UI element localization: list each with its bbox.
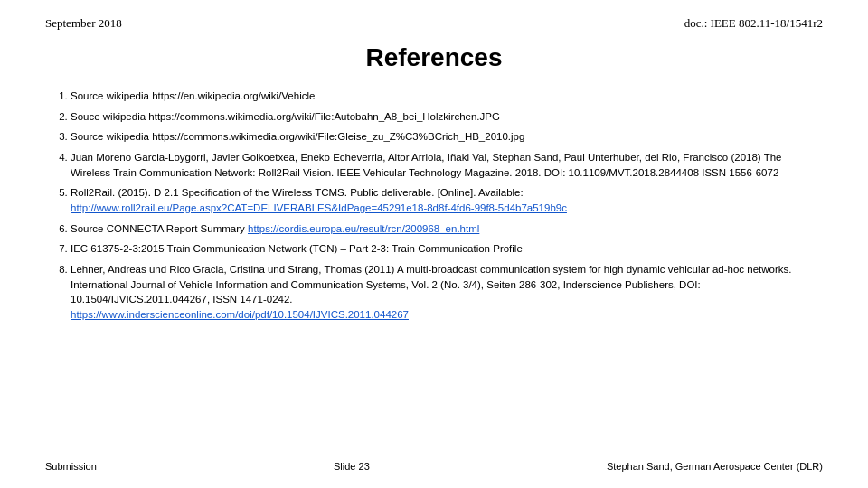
reference-link-5[interactable]: http://www.roll2rail.eu/Page.aspx?CAT=DE…: [71, 202, 567, 213]
footer-slide: Slide 23: [334, 461, 370, 472]
list-item: Lehner, Andreas und Rico Gracia, Cristin…: [71, 262, 823, 323]
list-item: Juan Moreno Garcia-Loygorri, Javier Goik…: [71, 150, 823, 180]
header-date: September 2018: [45, 16, 122, 31]
page-title: References: [45, 43, 823, 72]
header-doc: doc.: IEEE 802.11-18/1541r2: [684, 16, 823, 31]
list-item: Souce wikipedia https://commons.wikimedi…: [71, 109, 823, 125]
reference-link-6[interactable]: https://cordis.europa.eu/result/rcn/2009…: [248, 223, 479, 234]
list-item: IEC 61375-2-3:2015 Train Communication N…: [71, 241, 823, 257]
list-item: Source CONNECTA Report Summary https://c…: [71, 221, 823, 237]
list-item: Source wikipedia https://en.wikipedia.or…: [71, 89, 823, 104]
reference-link-8[interactable]: https://www.inderscienceonline.com/doi/p…: [71, 309, 409, 320]
list-item: Source wikipedia https://commons.wikimed…: [71, 129, 823, 145]
list-item: Roll2Rail. (2015). D 2.1 Specification o…: [71, 185, 823, 215]
footer-author: Stephan Sand, German Aerospace Center (D…: [607, 461, 823, 472]
footer-submission: Submission: [45, 461, 97, 472]
references-content: Source wikipedia https://en.wikipedia.or…: [45, 89, 823, 447]
